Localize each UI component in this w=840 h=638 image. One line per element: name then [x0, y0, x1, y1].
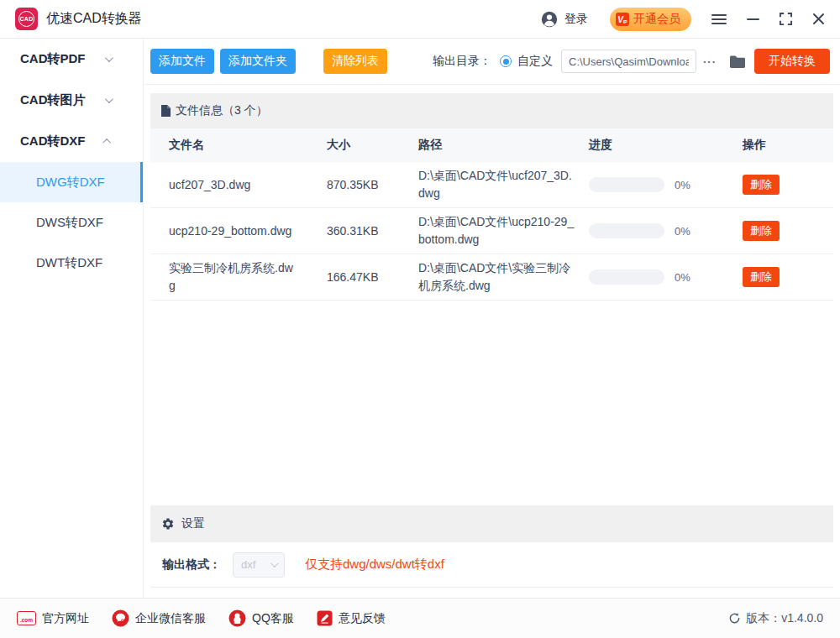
sidebar-item-dwg-to-dxf[interactable]: DWG转DXF — [0, 162, 143, 202]
vip-icon-v: V — [617, 16, 623, 24]
official-site-label: 官方网址 — [42, 611, 89, 626]
file-name-cell: ucf207_3D.dwg — [169, 176, 327, 194]
progress-bar — [589, 223, 664, 238]
file-info-title: 文件信息（3 个） — [176, 103, 268, 118]
table-row: 实验三制冷机房系统.dwg 166.47KB D:\桌面\CAD文件\实验三制冷… — [150, 254, 833, 301]
feedback-label: 意见反馈 — [339, 611, 386, 626]
app-logo-icon: CAD — [15, 8, 38, 30]
empty-area — [150, 301, 833, 505]
table-body: ucf207_3D.dwg 870.35KB D:\桌面\CAD文件\ucf20… — [150, 162, 833, 301]
qq-service-link[interactable]: QQ客服 — [228, 609, 294, 627]
progress-percent: 0% — [675, 271, 690, 284]
file-path-cell: D:\桌面\CAD文件\ucf207_3D.dwg — [418, 167, 589, 202]
action-cell: 删除 — [743, 221, 833, 241]
sidebar-item-cad-to-image[interactable]: CAD转图片 — [0, 80, 143, 121]
main-content: 文件信息（3 个） 文件名 大小 路径 进度 操作 ucf207_3D.dwg … — [144, 85, 840, 598]
footer: .com 官方网址 企业微信客服 QQ客服 — [0, 598, 840, 638]
table-row: ucp210-29_bottom.dwg 360.31KB D:\桌面\CAD文… — [150, 208, 833, 254]
official-site-link[interactable]: .com 官方网址 — [17, 611, 89, 626]
browse-more-button[interactable]: ··· — [703, 55, 717, 68]
add-file-button[interactable]: 添加文件 — [150, 49, 214, 74]
progress-bar — [589, 269, 664, 285]
document-icon — [161, 105, 171, 117]
app-logo-text: CAD — [18, 11, 34, 27]
login-label: 登录 — [564, 12, 588, 27]
file-path-cell: D:\桌面\CAD文件\ucp210-29_bottom.dwg — [418, 213, 589, 248]
col-size: 大小 — [327, 138, 418, 153]
chevron-down-icon — [270, 559, 279, 567]
file-info-header: 文件信息（3 个） — [150, 93, 833, 128]
file-size-cell: 870.35KB — [327, 178, 418, 191]
refresh-icon — [728, 612, 741, 625]
output-format-select[interactable]: dxf — [233, 552, 285, 578]
delete-button[interactable]: 删除 — [743, 175, 780, 195]
custom-dir-radio[interactable] — [500, 55, 512, 67]
sidebar-item-label: CAD转DXF — [20, 133, 86, 149]
progress-cell: 0% — [589, 223, 743, 238]
output-path-input[interactable] — [561, 50, 696, 73]
sidebar-subitem-label: DWG转DXF — [36, 175, 105, 191]
minimize-icon — [747, 13, 759, 25]
sidebar: CAD转PDF CAD转图片 CAD转DXF DWG转DXF DWS转DXF D… — [0, 39, 144, 598]
delete-button[interactable]: 删除 — [743, 267, 780, 287]
toolbar: 添加文件 添加文件夹 清除列表 输出目录： 自定义 ··· 开始转换 — [144, 39, 840, 85]
vip-icon: VIP — [616, 13, 629, 26]
qq-icon — [228, 609, 246, 627]
hamburger-icon — [711, 13, 727, 25]
progress-percent: 0% — [675, 225, 690, 238]
file-path-cell: D:\桌面\CAD文件\实验三制冷机房系统.dwg — [418, 259, 589, 295]
feedback-icon — [317, 610, 333, 626]
progress-cell: 0% — [589, 269, 743, 285]
vip-icon-ip: IP — [623, 20, 627, 24]
login-button[interactable]: 登录 — [540, 10, 588, 29]
sidebar-subitem-label: DWS转DXF — [36, 215, 103, 231]
titlebar: CAD 优速CAD转换器 登录 VIP 开通会员 — [0, 0, 840, 39]
qq-service-label: QQ客服 — [252, 611, 294, 626]
sidebar-item-cad-to-pdf[interactable]: CAD转PDF — [0, 39, 143, 80]
sidebar-item-label: CAD转PDF — [20, 51, 86, 67]
settings-title: 设置 — [181, 516, 205, 531]
vip-button[interactable]: VIP 开通会员 — [610, 8, 691, 31]
minimize-button[interactable] — [747, 13, 759, 25]
sidebar-item-cad-to-dxf[interactable]: CAD转DXF — [0, 121, 143, 162]
close-button[interactable] — [812, 13, 825, 25]
file-name-cell: ucp210-29_bottom.dwg — [169, 222, 327, 240]
version-check[interactable]: 版本：v1.4.0.0 — [728, 611, 823, 626]
clear-list-button[interactable]: 清除列表 — [323, 49, 387, 74]
chevron-up-icon — [102, 139, 111, 147]
feedback-link[interactable]: 意见反馈 — [317, 610, 386, 626]
col-filename: 文件名 — [169, 138, 327, 153]
dotcom-icon: .com — [17, 611, 36, 625]
progress-cell: 0% — [589, 177, 743, 192]
progress-bar — [589, 177, 664, 192]
sidebar-item-dws-to-dxf[interactable]: DWS转DXF — [0, 202, 143, 243]
menu-button[interactable] — [711, 13, 727, 25]
col-path: 路径 — [418, 138, 589, 153]
gear-icon — [161, 517, 175, 531]
chevron-down-icon — [105, 95, 113, 103]
maximize-button[interactable] — [780, 13, 792, 25]
delete-button[interactable]: 删除 — [743, 221, 780, 241]
settings-header: 设置 — [150, 505, 833, 542]
file-size-cell: 360.31KB — [327, 224, 418, 238]
output-format-value: dxf — [241, 558, 255, 571]
start-convert-button[interactable]: 开始转换 — [754, 49, 830, 74]
table-header: 文件名 大小 路径 进度 操作 — [150, 128, 833, 162]
custom-dir-label: 自定义 — [517, 54, 553, 69]
add-folder-button[interactable]: 添加文件夹 — [220, 49, 296, 74]
output-dir-label: 输出目录： — [433, 54, 491, 69]
close-icon — [812, 13, 825, 25]
wechat-service-link[interactable]: 企业微信客服 — [112, 609, 206, 627]
app-title: 优速CAD转换器 — [46, 10, 142, 28]
file-size-cell: 166.47KB — [327, 270, 418, 284]
format-support-note: 仅支持dwg/dws/dwt转dxf — [305, 557, 444, 573]
output-format-label: 输出格式： — [162, 557, 221, 573]
col-actions: 操作 — [743, 138, 833, 153]
maximize-icon — [780, 13, 792, 25]
open-folder-button[interactable] — [729, 55, 746, 69]
sidebar-item-label: CAD转图片 — [20, 92, 86, 108]
action-cell: 删除 — [743, 175, 833, 195]
settings-row: 输出格式： dxf 仅支持dwg/dws/dwt转dxf — [150, 542, 833, 588]
sidebar-item-dwt-to-dxf[interactable]: DWT转DXF — [0, 243, 143, 283]
user-icon — [540, 10, 559, 29]
